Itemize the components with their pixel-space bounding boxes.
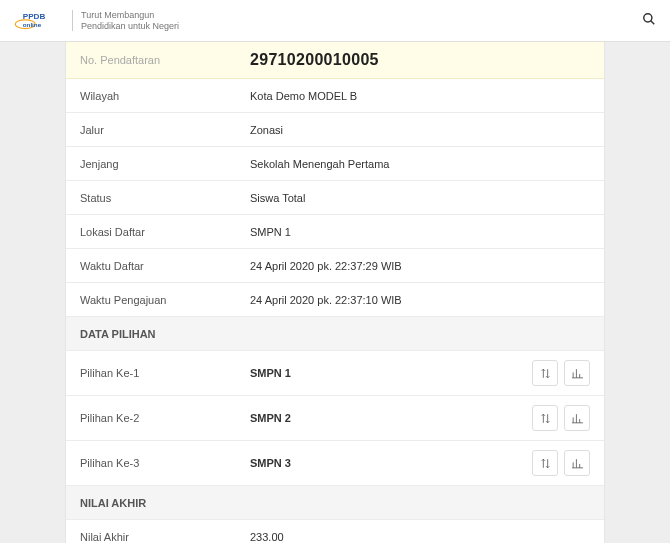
pilihan-3-actions [532,450,590,476]
search-icon[interactable] [642,12,656,29]
label-wilayah: Wilayah [80,90,250,102]
value-jenjang: Sekolah Menengah Pertama [250,158,590,170]
label-lokasi-daftar: Lokasi Daftar [80,226,250,238]
row-jalur: Jalur Zonasi [66,113,604,147]
row-wilayah: Wilayah Kota Demo MODEL B [66,79,604,113]
label-waktu-pengajuan: Waktu Pengajuan [80,294,250,306]
row-jenjang: Jenjang Sekolah Menengah Pertama [66,147,604,181]
chart-icon[interactable] [564,360,590,386]
section-nilai-akhir: NILAI AKHIR [66,486,604,520]
pilihan-1-actions [532,360,590,386]
label-jalur: Jalur [80,124,250,136]
row-lokasi-daftar: Lokasi Daftar SMPN 1 [66,215,604,249]
label-status: Status [80,192,250,204]
chart-icon[interactable] [564,450,590,476]
brand: PPDB online Turut Membangun Pendidikan u… [14,9,179,33]
page-content: No. Pendaftaran 29710200010005 Wilayah K… [0,42,670,543]
label-pilihan-3: Pilihan Ke-3 [80,457,250,469]
row-pilihan-3: Pilihan Ke-3 SMPN 3 [66,441,604,486]
row-waktu-daftar: Waktu Daftar 24 April 2020 pk. 22:37:29 … [66,249,604,283]
svg-line-4 [651,21,655,25]
row-pilihan-2: Pilihan Ke-2 SMPN 2 [66,396,604,441]
section-data-pilihan: DATA PILIHAN [66,317,604,351]
value-pilihan-1: SMPN 1 [250,367,532,379]
registration-card: No. Pendaftaran 29710200010005 Wilayah K… [65,42,605,543]
logo-ppdb-online: PPDB online [14,9,64,33]
row-waktu-pengajuan: Waktu Pengajuan 24 April 2020 pk. 22:37:… [66,283,604,317]
value-wilayah: Kota Demo MODEL B [250,90,590,102]
label-nilai-akhir: Nilai Akhir [80,531,250,543]
pilihan-2-actions [532,405,590,431]
value-waktu-pengajuan: 24 April 2020 pk. 22:37:10 WIB [250,294,590,306]
svg-text:online: online [23,20,42,27]
label-no-pendaftaran: No. Pendaftaran [80,54,250,66]
label-pilihan-1: Pilihan Ke-1 [80,367,250,379]
tagline-line2: Pendidikan untuk Negeri [81,21,179,32]
value-status: Siswa Total [250,192,590,204]
label-pilihan-2: Pilihan Ke-2 [80,412,250,424]
row-nilai-akhir: Nilai Akhir 233.00 [66,520,604,543]
top-bar: PPDB online Turut Membangun Pendidikan u… [0,0,670,42]
row-status: Status Siswa Total [66,181,604,215]
tagline-line1: Turut Membangun [81,10,179,21]
sort-icon[interactable] [532,360,558,386]
label-jenjang: Jenjang [80,158,250,170]
value-waktu-daftar: 24 April 2020 pk. 22:37:29 WIB [250,260,590,272]
chart-icon[interactable] [564,405,590,431]
row-pilihan-1: Pilihan Ke-1 SMPN 1 [66,351,604,396]
value-lokasi-daftar: SMPN 1 [250,226,590,238]
svg-point-3 [644,14,652,22]
tagline: Turut Membangun Pendidikan untuk Negeri [72,10,179,32]
value-pilihan-2: SMPN 2 [250,412,532,424]
value-pilihan-3: SMPN 3 [250,457,532,469]
value-jalur: Zonasi [250,124,590,136]
sort-icon[interactable] [532,450,558,476]
sort-icon[interactable] [532,405,558,431]
label-waktu-daftar: Waktu Daftar [80,260,250,272]
value-nilai-akhir: 233.00 [250,531,590,543]
row-no-pendaftaran: No. Pendaftaran 29710200010005 [66,42,604,79]
value-no-pendaftaran: 29710200010005 [250,51,590,69]
